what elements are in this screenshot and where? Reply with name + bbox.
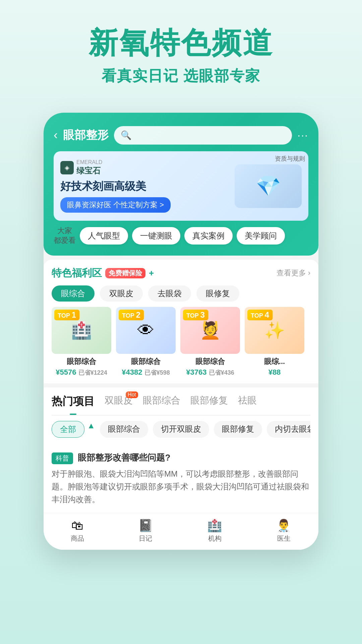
banner-tag: 资质与规则: [275, 155, 305, 163]
top-num-3: 3: [200, 310, 204, 319]
quick-tags-section: 大家都爱看 人气眼型 一键测眼 真实案例 美学顾问: [54, 221, 308, 249]
benefit-title: 特色福利区 免费赠保险 +: [52, 266, 154, 280]
top-num-4: 4: [264, 310, 269, 319]
phone-mockup: ‹ 眼部整形 🔍 ··· ◈ EMERALD: [44, 113, 318, 550]
top-badge-3: TOP 3: [183, 310, 208, 320]
product-image-4: ✨ TOP 4: [245, 307, 304, 354]
hero-title: 新氧特色频道: [13, 27, 349, 59]
quick-tags-label: 大家都爱看: [54, 226, 76, 245]
hot-tabs: 热门项目 双眼皮 Hot 眼部综合 眼部修复 祛眼: [52, 394, 310, 416]
product-icon-3: 💆: [200, 321, 221, 340]
nav-item-clinic[interactable]: 🏥 机构: [207, 519, 222, 543]
search-icon: 🔍: [121, 130, 131, 141]
price-save-1: 已省¥1224: [78, 369, 107, 376]
category-tabs: 眼综合 双眼皮 去眼袋 眼修复: [52, 285, 310, 302]
brand-name-cn: 绿宝石: [76, 165, 102, 176]
product-name-2: 眼部综合: [116, 357, 176, 367]
banner-cta[interactable]: 眼鼻资深好医 个性定制方案 >: [60, 197, 171, 213]
filter-chips: 全部 ▲ 眼部综合 切开双眼皮 眼部修复 内切去眼袋: [52, 416, 310, 443]
shop-icon: 🛍: [71, 519, 83, 533]
banner-title: 好技术刻画高级美: [60, 179, 171, 194]
diary-icon: 📓: [138, 519, 153, 533]
nav-label-diary: 日记: [139, 534, 152, 543]
hot-tab-3[interactable]: 眼部修复: [190, 394, 228, 412]
doctor-icon: 👨‍⚕️: [276, 519, 291, 533]
top-label-1: TOP: [58, 312, 70, 319]
app-nav: ‹ 眼部整形 🔍 ···: [54, 126, 308, 145]
filter-chip-3[interactable]: 眼部修复: [214, 421, 262, 438]
plus-icon: +: [149, 268, 154, 278]
top-badge-1: TOP 1: [54, 310, 79, 320]
product-card-2[interactable]: 👁 TOP 2 眼部综合 ¥4382 已省¥598: [116, 307, 176, 377]
banner-image: 💎: [235, 164, 302, 208]
benefit-section: 特色福利区 免费赠保险 + 查看更多 › 眼综合 双眼皮 去眼袋 眼修复 🏥: [44, 260, 318, 383]
product-icon-2: 👁: [137, 321, 154, 340]
article-card[interactable]: 科普 眼部整形改善哪些问题? 对于肿眼泡、眼袋大泪沟凹陷等MM，可以考虑眼部整形…: [44, 446, 318, 513]
nav-label-clinic: 机构: [208, 534, 222, 543]
price-value-4: ¥88: [268, 368, 281, 376]
benefit-header: 特色福利区 免费赠保险 + 查看更多 ›: [52, 266, 310, 280]
more-button[interactable]: ···: [297, 129, 308, 142]
see-more-button[interactable]: 查看更多 ›: [277, 268, 310, 278]
product-name-3: 眼部综合: [180, 357, 240, 367]
brand-name-en: EMERALD: [76, 159, 102, 165]
product-list: 🏥 TOP 1 眼部综合 ¥5576 已省¥1224: [52, 307, 310, 377]
app-content: ‹ 眼部整形 🔍 ··· ◈ EMERALD: [44, 113, 318, 550]
filter-chip-1[interactable]: 眼部综合: [100, 421, 148, 438]
hot-tab-0[interactable]: 热门项目: [52, 394, 95, 412]
product-card-1[interactable]: 🏥 TOP 1 眼部综合 ¥5576 已省¥1224: [52, 307, 111, 377]
clinic-icon: 🏥: [207, 519, 222, 533]
nav-item-diary[interactable]: 📓 日记: [138, 519, 153, 543]
top-badge-4: TOP 4: [247, 310, 273, 320]
product-price-1: ¥5576 已省¥1224: [52, 368, 111, 377]
app-header: ‹ 眼部整形 🔍 ··· ◈ EMERALD: [44, 113, 318, 256]
nav-label-shop: 商品: [71, 534, 84, 543]
nav-item-doctor[interactable]: 👨‍⚕️ 医生: [276, 519, 291, 543]
free-insurance-badge: 免费赠保险: [105, 268, 145, 278]
filter-arrow: ▲: [87, 421, 95, 438]
product-card-3[interactable]: 💆 TOP 3 眼部综合 ¥3763 已省¥436: [180, 307, 240, 377]
brand-info: ◈ EMERALD 绿宝石: [60, 159, 171, 176]
search-box[interactable]: 🔍: [114, 126, 292, 145]
quick-tag-4[interactable]: 美学顾问: [237, 227, 285, 245]
top-label-4: TOP: [251, 312, 263, 319]
price-save-2: 已省¥598: [144, 369, 170, 376]
page-title: 眼部整形: [63, 127, 109, 143]
hot-tab-1[interactable]: 双眼皮 Hot: [105, 394, 133, 412]
product-name-1: 眼部综合: [52, 357, 111, 367]
price-save-3: 已省¥436: [209, 369, 234, 376]
product-name-4: 眼综...: [245, 357, 304, 367]
price-value-3: ¥3763: [186, 368, 206, 376]
top-label-3: TOP: [186, 312, 198, 319]
article-content: 对于肿眼泡、眼袋大泪沟凹陷等MM，可以考虑眼部整形，改善眼部问题。肿眼泡等建议切…: [52, 468, 310, 506]
cat-tab-3[interactable]: 眼修复: [196, 285, 239, 302]
hot-tab-4[interactable]: 祛眼: [238, 394, 257, 412]
top-label-2: TOP: [122, 312, 134, 319]
quick-tag-2[interactable]: 一键测眼: [132, 227, 180, 245]
product-price-4: ¥88: [245, 368, 304, 377]
nav-item-shop[interactable]: 🛍 商品: [71, 519, 84, 543]
price-value-1: ¥5576: [56, 368, 76, 376]
filter-chip-2[interactable]: 切开双眼皮: [153, 421, 209, 438]
quick-tag-3[interactable]: 真实案例: [184, 227, 233, 245]
promo-banner[interactable]: ◈ EMERALD 绿宝石 好技术刻画高级美 眼鼻资深好医 个性定制方案 > 💎…: [54, 151, 308, 221]
product-price-2: ¥4382 已省¥598: [116, 368, 176, 377]
article-header: 科普 眼部整形改善哪些问题?: [52, 452, 310, 464]
product-card-4[interactable]: ✨ TOP 4 眼综... ¥88: [245, 307, 304, 377]
product-icon-4: ✨: [264, 321, 285, 340]
cat-tab-1[interactable]: 双眼皮: [100, 285, 143, 302]
back-button[interactable]: ‹: [54, 128, 58, 142]
hero-section: 新氧特色频道 看真实日记 选眼部专家: [0, 0, 362, 99]
cat-tab-2[interactable]: 去眼袋: [148, 285, 191, 302]
price-value-2: ¥4382: [122, 368, 142, 376]
product-image-1: 🏥 TOP 1: [52, 307, 111, 354]
product-image-3: 💆 TOP 3: [180, 307, 240, 354]
filter-chip-4[interactable]: 内切去眼袋: [267, 421, 310, 438]
benefit-title-text: 特色福利区: [52, 266, 102, 280]
filter-chip-all[interactable]: 全部: [52, 421, 84, 438]
hot-tab-2[interactable]: 眼部综合: [143, 394, 180, 412]
cat-tab-0[interactable]: 眼综合: [52, 285, 95, 302]
quick-tag-1[interactable]: 人气眼型: [80, 227, 128, 245]
banner-content: ◈ EMERALD 绿宝石 好技术刻画高级美 眼鼻资深好医 个性定制方案 >: [60, 159, 171, 213]
hot-badge: Hot: [126, 391, 138, 398]
